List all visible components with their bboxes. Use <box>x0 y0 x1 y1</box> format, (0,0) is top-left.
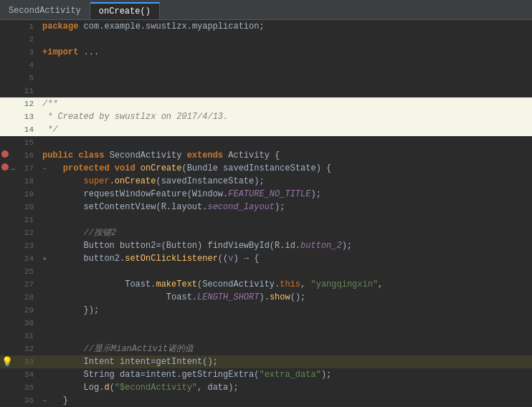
code-line-35: 35 Log.d("$econdActivity", data); <box>0 381 532 394</box>
line-number: 20 <box>0 201 39 214</box>
line-number: 31 <box>0 330 39 343</box>
line-number: 36− <box>0 394 39 407</box>
line-text: //按键2 <box>39 226 532 239</box>
line-number: 💡33 <box>0 355 39 368</box>
line-text: Button button2=(Button) findViewById(R.i… <box>39 239 532 252</box>
line-number: 34 <box>0 368 39 381</box>
code-line-5: 5 <box>0 72 532 85</box>
fold-toggle-icon[interactable]: − <box>43 163 47 176</box>
line-number: 2 <box>0 33 39 46</box>
code-line-23: 23 Button button2=(Button) findViewById(… <box>0 239 532 252</box>
code-line-36: 36− } <box>0 394 532 407</box>
line-text: String data=intent.getStringExtra("extra… <box>39 368 532 381</box>
code-line-31: 31 <box>0 330 532 343</box>
line-text: /** <box>39 97 532 110</box>
code-line-27: 27 Toast.makeText(SecondActivity.this, "… <box>0 278 532 291</box>
line-text: } <box>39 394 532 407</box>
code-line-24: 24−+ button2.setOnClickListener((v) → { <box>0 252 532 265</box>
line-number: 21 <box>0 214 39 226</box>
tab-bar: SecondActivity onCreate() <box>0 0 532 20</box>
line-text: +import ... <box>39 46 532 59</box>
code-line-19: 19 requestWindowFeature(Window.FEATURE_N… <box>0 188 532 201</box>
line-text: package com.example.swustlzx.myapplicati… <box>39 20 532 33</box>
code-line-13: 13 * Created by swustlzx on 2017/4/13. <box>0 110 532 123</box>
code-line-2: 2 <box>0 33 532 46</box>
code-line-29: 29 }); <box>0 304 532 317</box>
line-text: Toast.makeText(SecondActivity.this, "yan… <box>39 278 532 291</box>
line-number: 15 <box>0 136 39 149</box>
line-number: 19 <box>0 188 39 201</box>
line-text: public class SecondActivity extends Acti… <box>39 149 532 162</box>
code-line-17: →17− protected void onCreate(Bundle save… <box>0 162 532 175</box>
line-text: Intent intent=getIntent(); <box>39 355 532 368</box>
line-number: 28 <box>0 291 39 304</box>
line-text: * Created by swustlzx on 2017/4/13. <box>39 110 532 123</box>
code-line-1: 1package com.example.swustlzx.myapplicat… <box>0 20 532 33</box>
line-number: 32 <box>0 343 39 355</box>
debug-breakpoint-icon[interactable] <box>1 150 9 158</box>
line-number: 18 <box>0 175 39 188</box>
code-line-33: 💡33 Intent intent=getIntent(); <box>0 355 532 368</box>
tab-oncreate[interactable]: onCreate() <box>90 2 160 19</box>
line-text: Toast.LENGTH_SHORT).show(); <box>39 291 532 304</box>
code-line-18: 18 super.onCreate(savedInstanceState); <box>0 175 532 188</box>
line-number: →17− <box>0 162 39 175</box>
code-line-11: 11 <box>0 85 532 97</box>
lightbulb-icon[interactable]: 💡 <box>1 356 13 369</box>
line-number: 5 <box>0 72 39 85</box>
line-number: 27 <box>0 278 39 291</box>
code-line-3: 3+import ... <box>0 46 532 59</box>
lines-wrapper: 1package com.example.swustlzx.myapplicat… <box>0 20 532 407</box>
debug-arrow-icon: → <box>10 163 15 176</box>
code-line-22: 22 //按键2 <box>0 226 532 239</box>
tab-second-activity[interactable]: SecondActivity <box>0 2 90 19</box>
line-text: protected void onCreate(Bundle savedInst… <box>39 162 532 175</box>
line-number: 4 <box>0 59 39 72</box>
line-number: 25 <box>0 265 39 278</box>
line-number: 11 <box>0 85 39 97</box>
expand-icon[interactable]: + <box>43 253 47 266</box>
line-number: 23 <box>0 239 39 252</box>
line-text: super.onCreate(savedInstanceState); <box>39 175 532 188</box>
code-line-25: 25 <box>0 265 532 278</box>
line-number: 3 <box>0 46 39 59</box>
code-line-34: 34 String data=intent.getStringExtra("ex… <box>0 368 532 381</box>
line-number: 1 <box>0 20 39 33</box>
code-line-20: 20 setContentView(R.layout.second_layout… <box>0 201 532 214</box>
code-line-15: 15 <box>0 136 532 149</box>
code-line-32: 32 //显示MianActivit诸的值 <box>0 343 532 355</box>
code-line-12: 12/** <box>0 97 532 110</box>
editor: SecondActivity onCreate() 1package com.e… <box>0 0 532 407</box>
line-number: 16 <box>0 149 39 162</box>
code-area: 1package com.example.swustlzx.myapplicat… <box>0 20 532 407</box>
line-text: button2.setOnClickListener((v) → { <box>39 252 532 265</box>
line-text: }); <box>39 304 532 317</box>
line-number: 12 <box>0 97 39 110</box>
line-text: //显示MianActivit诸的值 <box>39 343 532 355</box>
line-text: Log.d("$econdActivity", data); <box>39 381 532 394</box>
debug-breakpoint-icon[interactable] <box>1 163 9 171</box>
line-text: requestWindowFeature(Window.FEATURE_NO_T… <box>39 188 532 201</box>
code-line-4: 4 <box>0 59 532 72</box>
line-text: */ <box>39 123 532 136</box>
line-text: setContentView(R.layout.second_layout); <box>39 201 532 214</box>
code-line-16: 16public class SecondActivity extends Ac… <box>0 149 532 162</box>
line-number: 29 <box>0 304 39 317</box>
code-line-14: 14 */ <box>0 123 532 136</box>
line-number: 24−+ <box>0 252 39 265</box>
line-number: 13 <box>0 110 39 123</box>
line-number: 14 <box>0 123 39 136</box>
fold-toggle-icon[interactable]: − <box>43 395 47 407</box>
line-number: 30 <box>0 317 39 330</box>
line-number: 22 <box>0 226 39 239</box>
line-number: 35 <box>0 381 39 394</box>
code-line-21: 21 <box>0 214 532 226</box>
code-line-30: 30 <box>0 317 532 330</box>
code-line-28: 28 Toast.LENGTH_SHORT).show(); <box>0 291 532 304</box>
